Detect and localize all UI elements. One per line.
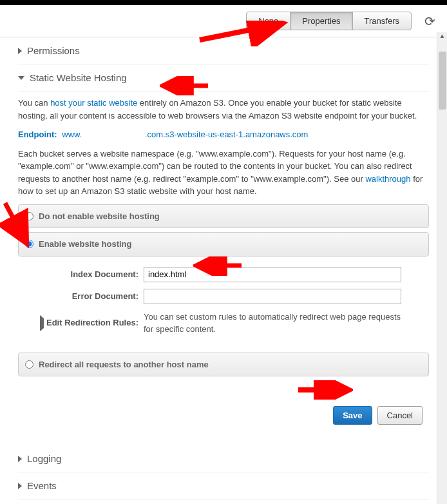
endpoint-label: Endpoint: (18, 130, 57, 139)
section-logging[interactable]: Logging (18, 445, 429, 472)
content-area: Permissions Static Website Hosting You c… (0, 37, 447, 504)
scroll-up-icon[interactable]: ▲ (437, 32, 447, 43)
radio-redirect-all[interactable]: Redirect all requests to another host na… (18, 353, 429, 377)
edit-redirection-rules-desc: You can set custom rules to automaticall… (144, 311, 401, 336)
edit-redirection-rules-row: Edit Redirection Rules: You can set cust… (18, 311, 429, 336)
window-top-border (0, 0, 447, 5)
walkthrough-link[interactable]: walkthrough (365, 174, 410, 184)
host-static-link[interactable]: host your static website (50, 98, 137, 108)
save-button[interactable]: Save (333, 406, 372, 425)
radio-disable-hosting[interactable]: Do not enable website hosting (18, 204, 429, 229)
section-versioning[interactable]: Versioning (18, 499, 429, 504)
index-document-input[interactable] (144, 267, 401, 282)
index-document-label: Index Document: (18, 268, 144, 281)
edit-redirection-rules-label[interactable]: Edit Redirection Rules: (18, 316, 144, 329)
error-document-row: Error Document: (18, 289, 429, 304)
section-title: Static Website Hosting (30, 72, 127, 83)
caret-right-icon (18, 48, 22, 54)
hosting-intro: You can host your static website entirel… (18, 97, 429, 122)
enable-hosting-form: Index Document: Error Document: Edit Red… (18, 260, 429, 349)
error-document-label: Error Document: (18, 290, 144, 303)
static-hosting-body: You can host your static website entirel… (18, 92, 429, 445)
radio-enable-input[interactable] (25, 240, 33, 248)
section-events[interactable]: Events (18, 472, 429, 499)
radio-enable-hosting[interactable]: Enable website hosting (18, 232, 429, 257)
endpoint-line: Endpoint: www.xxxxxxxxxxxxxxx.com.s3-web… (18, 128, 429, 141)
refresh-icon[interactable]: ⟳ (424, 14, 435, 29)
tabs-row: None Properties Transfers ⟳ (0, 5, 447, 37)
caret-right-icon (18, 456, 22, 462)
error-document-input[interactable] (144, 289, 401, 304)
caret-down-icon (18, 76, 24, 80)
tab-none[interactable]: None (246, 12, 290, 30)
section-title: Permissions (27, 45, 80, 56)
radio-redirect-input[interactable] (25, 360, 33, 369)
caret-right-icon (40, 315, 44, 331)
vertical-scrollbar[interactable]: ▲ (437, 32, 447, 504)
caret-right-icon (18, 483, 22, 489)
scroll-thumb[interactable] (439, 52, 446, 110)
endpoint-link[interactable]: www.xxxxxxxxxxxxxxx.com.s3-website-us-ea… (62, 130, 308, 139)
index-document-row: Index Document: (18, 267, 429, 282)
section-static-hosting[interactable]: Static Website Hosting (18, 64, 429, 92)
radio-disable-input[interactable] (25, 212, 33, 220)
section-title: Logging (27, 453, 61, 464)
tab-properties[interactable]: Properties (290, 12, 352, 30)
buttons-row: Save Cancel (18, 380, 429, 435)
hosting-para2: Each bucket serves a website namespace (… (18, 148, 429, 198)
section-permissions[interactable]: Permissions (18, 37, 429, 64)
section-title: Events (27, 480, 57, 491)
tab-transfers[interactable]: Transfers (352, 12, 412, 30)
cancel-button[interactable]: Cancel (377, 406, 423, 425)
